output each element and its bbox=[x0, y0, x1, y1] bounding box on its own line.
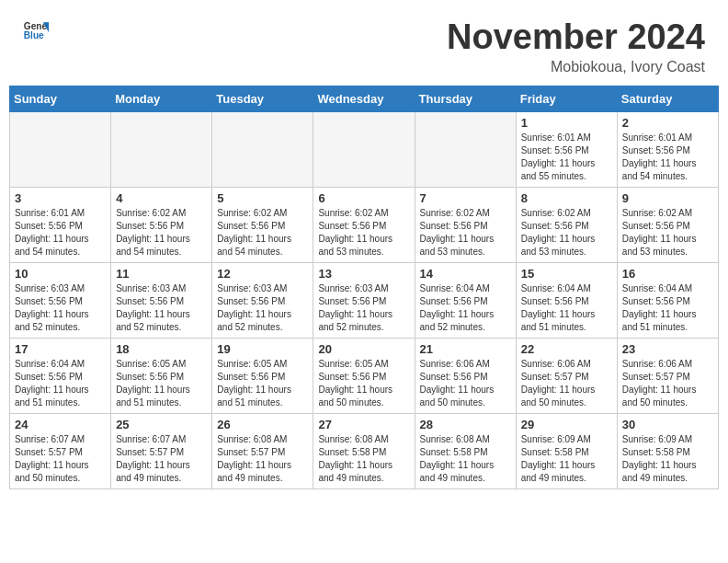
calendar-cell: 21Sunrise: 6:06 AM Sunset: 5:56 PM Dayli… bbox=[415, 338, 516, 413]
calendar-cell: 13Sunrise: 6:03 AM Sunset: 5:56 PM Dayli… bbox=[313, 262, 415, 338]
day-info: Sunrise: 6:04 AM Sunset: 5:56 PM Dayligh… bbox=[622, 282, 713, 334]
calendar-cell: 6Sunrise: 6:02 AM Sunset: 5:56 PM Daylig… bbox=[313, 187, 415, 262]
day-info: Sunrise: 6:06 AM Sunset: 5:57 PM Dayligh… bbox=[622, 358, 713, 409]
weekday-header-sunday: Sunday bbox=[10, 86, 111, 111]
day-number: 9 bbox=[622, 191, 713, 205]
day-number: 14 bbox=[420, 267, 511, 281]
day-info: Sunrise: 6:02 AM Sunset: 5:56 PM Dayligh… bbox=[521, 207, 612, 259]
calendar-cell: 23Sunrise: 6:06 AM Sunset: 5:57 PM Dayli… bbox=[617, 338, 718, 413]
weekday-header-saturday: Saturday bbox=[617, 86, 718, 111]
weekday-header-friday: Friday bbox=[516, 86, 617, 111]
day-info: Sunrise: 6:01 AM Sunset: 5:56 PM Dayligh… bbox=[521, 132, 612, 183]
day-number: 13 bbox=[318, 267, 409, 281]
week-row-4: 17Sunrise: 6:04 AM Sunset: 5:56 PM Dayli… bbox=[10, 338, 719, 413]
day-info: Sunrise: 6:03 AM Sunset: 5:56 PM Dayligh… bbox=[15, 282, 106, 334]
calendar-cell: 1Sunrise: 6:01 AM Sunset: 5:56 PM Daylig… bbox=[516, 111, 617, 187]
calendar-cell bbox=[313, 111, 415, 187]
day-info: Sunrise: 6:07 AM Sunset: 5:57 PM Dayligh… bbox=[116, 433, 207, 485]
day-info: Sunrise: 6:01 AM Sunset: 5:56 PM Dayligh… bbox=[15, 207, 106, 259]
day-info: Sunrise: 6:05 AM Sunset: 5:56 PM Dayligh… bbox=[116, 358, 207, 409]
day-number: 29 bbox=[521, 418, 612, 431]
calendar-cell: 16Sunrise: 6:04 AM Sunset: 5:56 PM Dayli… bbox=[617, 262, 718, 338]
day-info: Sunrise: 6:02 AM Sunset: 5:56 PM Dayligh… bbox=[318, 207, 409, 259]
weekday-header-row: SundayMondayTuesdayWednesdayThursdayFrid… bbox=[10, 86, 719, 111]
day-info: Sunrise: 6:04 AM Sunset: 5:56 PM Dayligh… bbox=[420, 282, 511, 334]
logo: General Blue bbox=[23, 18, 49, 42]
day-number: 1 bbox=[521, 116, 612, 130]
month-title: November 2024 bbox=[447, 18, 705, 57]
location-subtitle: Mobiokoua, Ivory Coast bbox=[447, 59, 705, 75]
title-block: November 2024 Mobiokoua, Ivory Coast bbox=[447, 18, 705, 75]
calendar-table: SundayMondayTuesdayWednesdayThursdayFrid… bbox=[9, 86, 719, 489]
week-row-2: 3Sunrise: 6:01 AM Sunset: 5:56 PM Daylig… bbox=[10, 187, 719, 262]
calendar-cell: 28Sunrise: 6:08 AM Sunset: 5:58 PM Dayli… bbox=[415, 413, 516, 488]
calendar-cell: 11Sunrise: 6:03 AM Sunset: 5:56 PM Dayli… bbox=[111, 262, 212, 338]
day-number: 30 bbox=[622, 418, 713, 431]
day-info: Sunrise: 6:06 AM Sunset: 5:57 PM Dayligh… bbox=[521, 358, 612, 409]
day-info: Sunrise: 6:08 AM Sunset: 5:58 PM Dayligh… bbox=[318, 433, 409, 485]
day-number: 8 bbox=[521, 191, 612, 205]
day-info: Sunrise: 6:02 AM Sunset: 5:56 PM Dayligh… bbox=[420, 207, 511, 259]
day-number: 28 bbox=[420, 418, 511, 431]
day-number: 2 bbox=[622, 116, 713, 130]
weekday-header-wednesday: Wednesday bbox=[313, 86, 415, 111]
day-info: Sunrise: 6:04 AM Sunset: 5:56 PM Dayligh… bbox=[15, 358, 106, 409]
week-row-5: 24Sunrise: 6:07 AM Sunset: 5:57 PM Dayli… bbox=[10, 413, 719, 488]
day-number: 21 bbox=[420, 342, 511, 356]
calendar-cell: 17Sunrise: 6:04 AM Sunset: 5:56 PM Dayli… bbox=[10, 338, 111, 413]
calendar-cell: 27Sunrise: 6:08 AM Sunset: 5:58 PM Dayli… bbox=[313, 413, 415, 488]
day-number: 26 bbox=[217, 418, 308, 431]
calendar-cell: 29Sunrise: 6:09 AM Sunset: 5:58 PM Dayli… bbox=[516, 413, 617, 488]
page-header: General Blue November 2024 Mobiokoua, Iv… bbox=[9, 9, 719, 80]
calendar-cell: 3Sunrise: 6:01 AM Sunset: 5:56 PM Daylig… bbox=[10, 187, 111, 262]
calendar-cell: 19Sunrise: 6:05 AM Sunset: 5:56 PM Dayli… bbox=[212, 338, 313, 413]
svg-text:Blue: Blue bbox=[24, 30, 44, 40]
calendar-cell: 20Sunrise: 6:05 AM Sunset: 5:56 PM Dayli… bbox=[313, 338, 415, 413]
week-row-1: 1Sunrise: 6:01 AM Sunset: 5:56 PM Daylig… bbox=[10, 111, 719, 187]
day-info: Sunrise: 6:07 AM Sunset: 5:57 PM Dayligh… bbox=[15, 433, 106, 485]
day-info: Sunrise: 6:06 AM Sunset: 5:56 PM Dayligh… bbox=[420, 358, 511, 409]
day-info: Sunrise: 6:09 AM Sunset: 5:58 PM Dayligh… bbox=[622, 433, 713, 485]
day-number: 22 bbox=[521, 342, 612, 356]
day-info: Sunrise: 6:01 AM Sunset: 5:56 PM Dayligh… bbox=[622, 132, 713, 183]
calendar-cell: 24Sunrise: 6:07 AM Sunset: 5:57 PM Dayli… bbox=[10, 413, 111, 488]
calendar-cell: 7Sunrise: 6:02 AM Sunset: 5:56 PM Daylig… bbox=[415, 187, 516, 262]
calendar-cell: 18Sunrise: 6:05 AM Sunset: 5:56 PM Dayli… bbox=[111, 338, 212, 413]
calendar-cell: 5Sunrise: 6:02 AM Sunset: 5:56 PM Daylig… bbox=[212, 187, 313, 262]
day-number: 18 bbox=[116, 342, 207, 356]
day-info: Sunrise: 6:03 AM Sunset: 5:56 PM Dayligh… bbox=[217, 282, 308, 334]
weekday-header-monday: Monday bbox=[111, 86, 212, 111]
day-number: 12 bbox=[217, 267, 308, 281]
day-info: Sunrise: 6:09 AM Sunset: 5:58 PM Dayligh… bbox=[521, 433, 612, 485]
weekday-header-tuesday: Tuesday bbox=[212, 86, 313, 111]
weekday-header-thursday: Thursday bbox=[415, 86, 516, 111]
day-number: 17 bbox=[15, 342, 106, 356]
day-info: Sunrise: 6:04 AM Sunset: 5:56 PM Dayligh… bbox=[521, 282, 612, 334]
calendar-cell bbox=[212, 111, 313, 187]
day-number: 6 bbox=[318, 191, 409, 205]
week-row-3: 10Sunrise: 6:03 AM Sunset: 5:56 PM Dayli… bbox=[10, 262, 719, 338]
day-number: 24 bbox=[15, 418, 106, 431]
day-info: Sunrise: 6:03 AM Sunset: 5:56 PM Dayligh… bbox=[318, 282, 409, 334]
day-number: 16 bbox=[622, 267, 713, 281]
calendar-cell bbox=[10, 111, 111, 187]
calendar-cell: 22Sunrise: 6:06 AM Sunset: 5:57 PM Dayli… bbox=[516, 338, 617, 413]
calendar-cell: 15Sunrise: 6:04 AM Sunset: 5:56 PM Dayli… bbox=[516, 262, 617, 338]
day-number: 25 bbox=[116, 418, 207, 431]
calendar-cell bbox=[415, 111, 516, 187]
day-number: 10 bbox=[15, 267, 106, 281]
day-info: Sunrise: 6:05 AM Sunset: 5:56 PM Dayligh… bbox=[318, 358, 409, 409]
calendar-cell: 10Sunrise: 6:03 AM Sunset: 5:56 PM Dayli… bbox=[10, 262, 111, 338]
calendar-cell: 26Sunrise: 6:08 AM Sunset: 5:57 PM Dayli… bbox=[212, 413, 313, 488]
day-number: 19 bbox=[217, 342, 308, 356]
calendar-cell: 4Sunrise: 6:02 AM Sunset: 5:56 PM Daylig… bbox=[111, 187, 212, 262]
calendar-cell: 2Sunrise: 6:01 AM Sunset: 5:56 PM Daylig… bbox=[617, 111, 718, 187]
day-number: 23 bbox=[622, 342, 713, 356]
day-number: 20 bbox=[318, 342, 409, 356]
logo-icon: General Blue bbox=[23, 17, 49, 42]
calendar-cell: 12Sunrise: 6:03 AM Sunset: 5:56 PM Dayli… bbox=[212, 262, 313, 338]
day-number: 27 bbox=[318, 418, 409, 431]
calendar-cell: 25Sunrise: 6:07 AM Sunset: 5:57 PM Dayli… bbox=[111, 413, 212, 488]
day-number: 4 bbox=[116, 191, 207, 205]
day-info: Sunrise: 6:05 AM Sunset: 5:56 PM Dayligh… bbox=[217, 358, 308, 409]
